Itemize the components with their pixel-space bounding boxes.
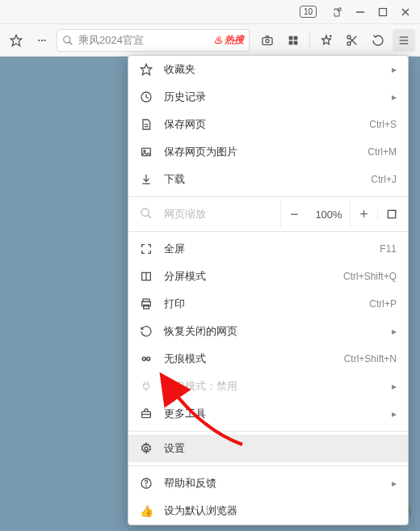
fullscreen-icon [140, 242, 153, 255]
menu-separator [128, 196, 408, 197]
flame-icon: ♨ [213, 34, 223, 46]
menu-split-screen[interactable]: 分屏模式 Ctrl+Shift+Q [128, 263, 408, 290]
download-icon [140, 173, 153, 186]
svg-rect-12 [294, 40, 298, 44]
menu-default-browser[interactable]: 👍 设为默认浏览器 [128, 497, 408, 525]
svg-point-5 [64, 36, 70, 42]
thumbs-up-icon: 👍 [140, 504, 153, 517]
chevron-right-icon: ▸ [390, 381, 397, 392]
apps-grid-icon[interactable] [282, 29, 304, 52]
zoom-fit-button[interactable] [377, 208, 405, 221]
menu-settings[interactable]: 设置 [128, 435, 408, 462]
scissors-icon[interactable] [341, 29, 363, 52]
magnifier-icon [140, 207, 153, 222]
maximize-button[interactable] [372, 1, 394, 23]
svg-point-45 [146, 486, 147, 487]
star-icon [140, 63, 153, 76]
search-input[interactable]: 乘风2024官宣 ♨ 热搜 [57, 29, 250, 52]
svg-line-6 [69, 41, 73, 44]
clock-icon [140, 91, 153, 103]
svg-rect-7 [262, 37, 272, 44]
menu-help[interactable]: 帮助和反馈 ▸ [128, 470, 408, 497]
chevron-right-icon: ▸ [390, 64, 397, 75]
undo-icon[interactable] [367, 29, 389, 52]
menu-fullscreen[interactable]: 全屏 F11 [128, 235, 408, 263]
svg-rect-1 [380, 8, 387, 15]
svg-marker-23 [141, 64, 151, 74]
bookmark-star-icon[interactable] [5, 29, 27, 52]
svg-point-39 [147, 357, 150, 360]
menu-separator [128, 466, 408, 466]
menu-power-save[interactable]: 省电模式：禁用 ▸ [128, 373, 408, 400]
gear-icon [140, 442, 153, 455]
window-titlebar: 10 [0, 0, 420, 24]
menu-separator [128, 431, 408, 432]
hamburger-menu-icon[interactable] [393, 29, 415, 52]
toolbox-icon [140, 407, 153, 420]
menu-save-page[interactable]: 保存网页 Ctrl+S [128, 111, 408, 138]
svg-point-28 [144, 150, 145, 152]
chevron-right-icon: ▸ [390, 478, 397, 489]
search-placeholder: 乘风2024官宣 [78, 33, 208, 48]
plug-icon [140, 380, 153, 393]
tab-count-badge[interactable]: 10 [300, 6, 317, 18]
svg-marker-13 [322, 36, 331, 44]
help-icon [140, 477, 153, 490]
menu-restore-closed[interactable]: 恢复关闭的网页 ▸ [128, 318, 408, 345]
incognito-icon [140, 352, 153, 365]
svg-marker-4 [10, 35, 21, 45]
split-icon [140, 270, 153, 283]
svg-point-43 [145, 447, 148, 450]
menu-download[interactable]: 下载 Ctrl+J [128, 166, 408, 193]
image-icon [140, 145, 153, 158]
minimize-button[interactable] [349, 1, 372, 23]
main-menu-dropdown: 收藏夹 ▸ 历史记录 ▸ 保存网页 Ctrl+S 保存网页为图片 Ctrl+M … [128, 55, 409, 525]
menu-print[interactable]: 打印 Ctrl+P [128, 290, 408, 318]
svg-point-8 [266, 39, 269, 42]
toolbar-divider [309, 32, 310, 48]
menu-favorites[interactable]: 收藏夹 ▸ [128, 56, 408, 83]
svg-rect-11 [289, 40, 293, 44]
menu-incognito[interactable]: 无痕模式 Ctrl+Shift+N [128, 345, 408, 373]
zoom-out-button[interactable]: − [280, 200, 308, 228]
file-icon [140, 118, 153, 131]
zoom-in-button[interactable]: + [350, 200, 377, 228]
close-button[interactable] [394, 1, 417, 23]
svg-point-30 [141, 209, 149, 216]
svg-point-38 [142, 357, 145, 360]
more-dots-icon[interactable]: ··· [31, 29, 53, 52]
extension-icon[interactable] [326, 1, 349, 23]
chevron-right-icon: ▸ [390, 326, 397, 337]
hot-search-badge[interactable]: ♨ 热搜 [213, 33, 244, 47]
printer-icon [140, 297, 153, 310]
svg-point-17 [347, 42, 351, 45]
chevron-right-icon: ▸ [390, 91, 397, 103]
restore-icon [140, 325, 153, 338]
menu-history[interactable]: 历史记录 ▸ [128, 83, 408, 111]
svg-rect-9 [289, 36, 293, 40]
search-icon [62, 35, 74, 46]
add-bookmark-icon[interactable] [315, 29, 338, 52]
chevron-right-icon: ▸ [390, 408, 397, 419]
svg-line-31 [148, 215, 151, 218]
camera-icon[interactable] [256, 29, 279, 52]
svg-point-16 [347, 36, 351, 39]
menu-zoom: 网页缩放 − 100% + [128, 200, 408, 228]
svg-rect-32 [388, 210, 395, 217]
browser-toolbar: ··· 乘风2024官宣 ♨ 热搜 [0, 24, 420, 57]
menu-save-page-image[interactable]: 保存网页为图片 Ctrl+M [128, 138, 408, 166]
menu-separator [128, 231, 408, 232]
svg-rect-10 [294, 36, 298, 40]
zoom-value: 100% [308, 209, 350, 221]
menu-more-tools[interactable]: 更多工具 ▸ [128, 400, 408, 428]
